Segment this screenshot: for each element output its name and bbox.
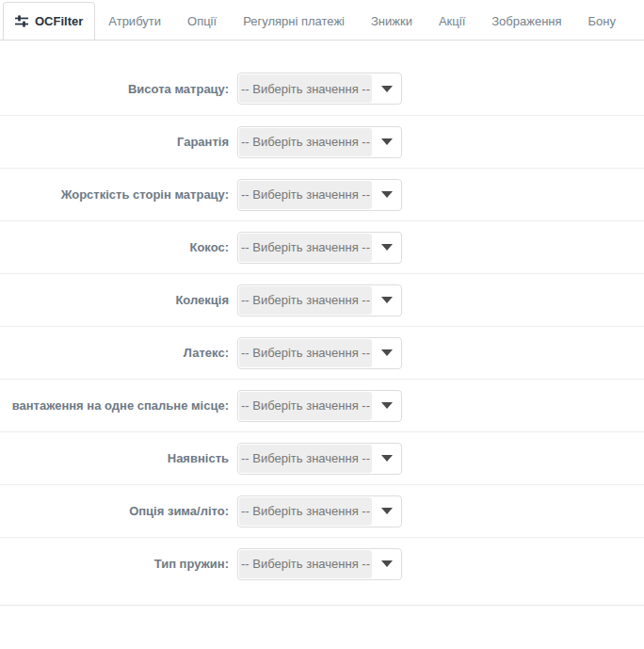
- tab-label: OCFilter: [35, 14, 83, 28]
- select-dropdown-button[interactable]: [374, 128, 400, 156]
- filter-row: Колекція -- Виберіть значення --: [0, 273, 644, 326]
- select-value: -- Виберіть значення --: [239, 497, 372, 526]
- tab-recurring-payments[interactable]: Регулярні платежі: [230, 3, 358, 40]
- caret-down-icon: [381, 138, 393, 145]
- filter-row: Опція зима/літо: -- Виберіть значення --: [0, 484, 644, 537]
- tab-attributes[interactable]: Атрибути: [95, 3, 174, 40]
- value-select[interactable]: -- Виберіть значення --: [237, 284, 402, 316]
- tab-label: Бону: [588, 14, 616, 28]
- sliders-icon: [15, 15, 28, 27]
- filter-label: Тип пружин:: [0, 557, 229, 571]
- filter-label: Опція зима/літо:: [0, 504, 229, 518]
- select-dropdown-button[interactable]: [374, 181, 400, 209]
- select-value: -- Виберіть значення --: [239, 181, 372, 209]
- value-select[interactable]: -- Виберіть значення --: [237, 443, 402, 475]
- filter-label: Жорсткість сторін матрацу:: [0, 187, 229, 202]
- value-select[interactable]: -- Виберіть значення --: [237, 179, 402, 211]
- tab-label: Атрибути: [108, 14, 161, 28]
- filter-label: Латекс:: [0, 346, 229, 360]
- filter-label: Гарантія: [0, 135, 229, 149]
- filter-row: Кокос: -- Виберіть значення --: [0, 220, 644, 273]
- tab-images[interactable]: Зображення: [478, 3, 574, 40]
- select-dropdown-button[interactable]: [374, 234, 400, 262]
- value-select[interactable]: -- Виберіть значення --: [237, 548, 402, 580]
- filter-row: Тип пружин: -- Виберіть значення --: [0, 537, 644, 590]
- ocfilter-tab-panel: Висота матрацу: -- Виберіть значення -- …: [0, 41, 644, 606]
- filter-row: Латекс: -- Виберіть значення --: [0, 326, 644, 379]
- tab-specials[interactable]: Акції: [426, 3, 478, 40]
- tab-bonus[interactable]: Бону: [575, 3, 629, 40]
- filter-label: Висота матрацу:: [0, 82, 229, 96]
- caret-down-icon: [381, 86, 393, 92]
- select-value: -- Виберіть значення --: [239, 74, 372, 103]
- value-select[interactable]: -- Виберіть значення --: [237, 337, 402, 369]
- caret-down-icon: [381, 244, 393, 251]
- select-value: -- Виберіть значення --: [239, 339, 372, 367]
- tab-label: Знижки: [371, 14, 412, 28]
- value-select[interactable]: -- Виберіть значення --: [237, 495, 402, 527]
- select-dropdown-button[interactable]: [374, 286, 400, 315]
- select-dropdown-button[interactable]: [374, 339, 400, 367]
- value-select[interactable]: -- Виберіть значення --: [237, 73, 402, 105]
- filter-row: Жорсткість сторін матрацу: -- Виберіть з…: [0, 168, 644, 220]
- select-value: -- Виберіть значення --: [239, 128, 372, 156]
- filter-row: вантаження на одне спальне місце: -- Виб…: [0, 379, 644, 431]
- caret-down-icon: [381, 508, 393, 514]
- select-value: -- Виберіть значення --: [239, 234, 372, 262]
- caret-down-icon: [381, 402, 393, 409]
- tab-label: Регулярні платежі: [243, 14, 345, 28]
- select-value: -- Виберіть значення --: [239, 286, 372, 315]
- select-dropdown-button[interactable]: [374, 74, 400, 103]
- filter-label: вантаження на одне спальне місце:: [0, 398, 229, 413]
- select-dropdown-button[interactable]: [374, 445, 400, 473]
- filter-row: Наявність -- Виберіть значення --: [0, 431, 644, 484]
- value-select[interactable]: -- Виберіть значення --: [237, 232, 402, 264]
- tab-ocfilter[interactable]: OCFilter: [3, 2, 95, 41]
- tab-discounts[interactable]: Знижки: [358, 3, 426, 40]
- select-value: -- Виберіть значення --: [239, 445, 372, 473]
- caret-down-icon: [381, 349, 393, 356]
- select-dropdown-button[interactable]: [374, 392, 400, 420]
- select-dropdown-button[interactable]: [374, 497, 400, 526]
- filter-label: Наявність: [0, 451, 229, 465]
- tab-options[interactable]: Опції: [174, 3, 230, 40]
- caret-down-icon: [381, 455, 393, 462]
- tab-bar: OCFilter Атрибути Опції Регулярні платеж…: [0, 0, 644, 41]
- filter-row: Висота матрацу: -- Виберіть значення --: [0, 62, 644, 115]
- filter-label: Кокос:: [0, 240, 229, 254]
- caret-down-icon: [381, 297, 393, 303]
- caret-down-icon: [381, 191, 393, 198]
- value-select[interactable]: -- Виберіть значення --: [237, 390, 402, 422]
- tab-label: Акції: [439, 14, 465, 28]
- filter-label: Колекція: [0, 293, 229, 307]
- select-dropdown-button[interactable]: [374, 550, 400, 578]
- caret-down-icon: [381, 560, 393, 567]
- tab-label: Опції: [187, 14, 217, 28]
- select-value: -- Виберіть значення --: [239, 550, 372, 578]
- value-select[interactable]: -- Виберіть значення --: [237, 126, 402, 158]
- select-value: -- Виберіть значення --: [239, 392, 372, 420]
- tab-label: Зображення: [491, 14, 561, 28]
- filter-row: Гарантія -- Виберіть значення --: [0, 115, 644, 168]
